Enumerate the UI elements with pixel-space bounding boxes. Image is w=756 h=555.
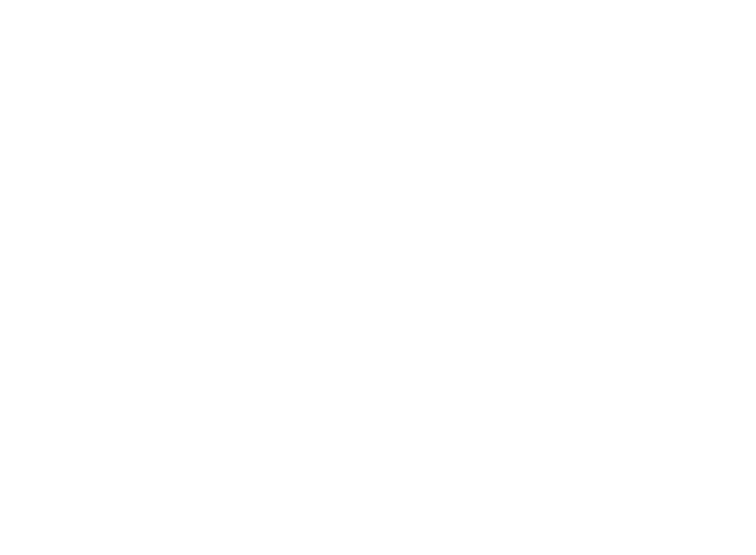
diagram-container	[0, 0, 756, 555]
